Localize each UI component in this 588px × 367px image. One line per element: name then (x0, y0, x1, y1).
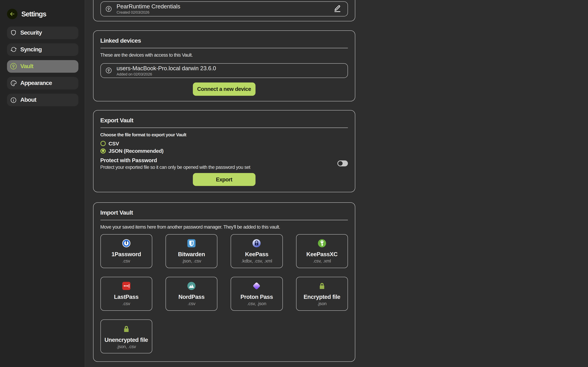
bitwarden-icon (187, 239, 196, 248)
edit-button[interactable] (334, 5, 341, 13)
tile-formats: .kdbx, .csv, .xml (241, 258, 272, 264)
sidebar-item-label: Vault (20, 63, 33, 70)
radio-label: CSV (109, 141, 119, 146)
import-tile-protonpass[interactable]: Proton Pass .csv, .json (231, 277, 283, 311)
export-vault-heading: Export Vault (100, 116, 348, 125)
format-label: Choose the file format to export your Va… (100, 132, 348, 138)
lock-icon (318, 282, 326, 290)
radio-json[interactable]: JSON (Recommended) (100, 147, 348, 155)
import-vault-card: Import Vault Move your saved items here … (93, 202, 355, 362)
import-vault-heading: Import Vault (100, 209, 348, 217)
tile-name: KeePassXC (306, 250, 337, 258)
sidebar-nav: Security Syncing Vault (7, 26, 78, 106)
content-column: PearRuntime Credentials Created 02/03/20… (93, 0, 355, 362)
lastpass-icon (122, 282, 130, 290)
divider (100, 48, 348, 48)
tile-formats: .csv (122, 301, 130, 307)
credential-item[interactable]: PearRuntime Credentials Created 02/03/20… (100, 1, 348, 16)
radio-csv[interactable]: CSV (100, 140, 348, 147)
tile-name: Proton Pass (241, 293, 273, 300)
protonpass-icon (252, 282, 261, 290)
import-tile-lastpass[interactable]: LastPass .csv (100, 277, 152, 311)
import-tile-keepass[interactable]: KeePass .kdbx, .csv, .xml (231, 234, 283, 268)
device-texts: users-MacBook-Pro.local darwin 23.6.0 Ad… (117, 65, 216, 76)
device-subtitle: Added on 02/03/2026 (117, 72, 216, 76)
credential-texts: PearRuntime Credentials Created 02/03/20… (117, 3, 180, 15)
format-options: CSV JSON (Recommended) (100, 140, 348, 155)
radio-circle-icon (100, 148, 105, 153)
key-icon (105, 68, 112, 74)
keepass-icon (252, 239, 261, 248)
tile-name: NordPass (178, 293, 204, 300)
tile-formats: .csv, .xml (313, 258, 331, 264)
sidebar: Settings Security Syncing (0, 0, 85, 367)
radio-label: JSON (Recommended) (109, 148, 164, 154)
toggle-knob (337, 161, 343, 166)
sidebar-item-appearance[interactable]: Appearance (7, 77, 78, 90)
connect-new-device-button[interactable]: Connect a new device (193, 83, 256, 96)
1password-icon (122, 239, 130, 248)
sidebar-item-label: About (20, 96, 36, 103)
protect-title: Protect with Password (100, 157, 337, 164)
key-icon (105, 6, 112, 12)
tile-formats: .csv, .json (247, 301, 266, 307)
divider (100, 127, 348, 128)
main-panel: PearRuntime Credentials Created 02/03/20… (85, 0, 588, 367)
credential-title: PearRuntime Credentials (117, 3, 180, 10)
linked-devices-description: These are the devices with access to thi… (100, 52, 348, 58)
import-vault-description: Move your saved items here from another … (100, 224, 348, 230)
credential-subtitle: Created 02/03/2026 (117, 10, 180, 15)
pencil-line-icon (334, 5, 341, 13)
protect-texts: Protect with Password Protect your expor… (100, 157, 337, 170)
tile-formats: .csv (188, 301, 196, 307)
tile-name: Unencrypted file (104, 336, 148, 343)
import-grid: 1Password .csv Bitwarden .json, .c (100, 234, 348, 353)
radio-circle-icon (100, 141, 105, 146)
device-item[interactable]: users-MacBook-Pro.local darwin 23.6.0 Ad… (100, 63, 348, 78)
settings-window: Settings Security Syncing (0, 0, 588, 367)
import-tile-unencrypted[interactable]: Unencrypted file .json, .csv (100, 319, 152, 353)
import-tile-1password[interactable]: 1Password .csv (100, 234, 152, 268)
arrow-left-icon (9, 11, 15, 17)
page-title: Settings (21, 10, 46, 18)
import-tile-nordpass[interactable]: NordPass .csv (165, 277, 217, 311)
back-button[interactable] (7, 9, 17, 19)
shield-icon (10, 29, 17, 36)
keyhole-icon (10, 63, 17, 70)
tile-name: LastPass (114, 293, 138, 300)
tile-formats: .json, .csv (182, 258, 201, 264)
linked-devices-card: Linked devices These are the devices wit… (93, 30, 355, 101)
tile-formats: .json (317, 301, 327, 307)
export-button[interactable]: Export (193, 173, 256, 186)
tile-name: Bitwarden (178, 250, 205, 258)
export-vault-card: Export Vault Choose the file format to e… (93, 110, 355, 192)
sidebar-item-security[interactable]: Security (7, 26, 78, 39)
sidebar-item-vault[interactable]: Vault (7, 60, 78, 73)
sidebar-item-about[interactable]: About (7, 94, 78, 106)
lock-icon (122, 325, 130, 333)
tile-formats: .json, .csv (117, 344, 136, 349)
sidebar-item-label: Syncing (20, 46, 42, 53)
credentials-card: PearRuntime Credentials Created 02/03/20… (93, 0, 355, 21)
tile-name: 1Password (112, 250, 141, 258)
sidebar-item-label: Appearance (20, 80, 52, 87)
import-tile-encrypted[interactable]: Encrypted file .json (296, 277, 348, 311)
sidebar-item-syncing[interactable]: Syncing (7, 43, 78, 56)
import-tile-bitwarden[interactable]: Bitwarden .json, .csv (165, 234, 217, 268)
nordpass-icon (187, 282, 196, 290)
protect-with-password-row: Protect with Password Protect your expor… (100, 157, 348, 170)
palette-icon (10, 80, 17, 87)
tile-name: Encrypted file (304, 293, 340, 300)
keepassxc-icon (318, 239, 326, 248)
device-title: users-MacBook-Pro.local darwin 23.6.0 (117, 65, 216, 72)
divider (100, 220, 348, 220)
info-icon (10, 96, 17, 103)
protect-description: Protect your exported file so it can onl… (100, 164, 337, 170)
import-tile-keepassxc[interactable]: KeePassXC .csv, .xml (296, 234, 348, 268)
sync-icon (10, 46, 17, 53)
protect-toggle[interactable] (337, 161, 348, 166)
tile-name: KeePass (245, 250, 268, 258)
sidebar-header: Settings (7, 9, 85, 19)
sidebar-item-label: Security (20, 29, 42, 36)
tile-formats: .csv (122, 258, 130, 264)
